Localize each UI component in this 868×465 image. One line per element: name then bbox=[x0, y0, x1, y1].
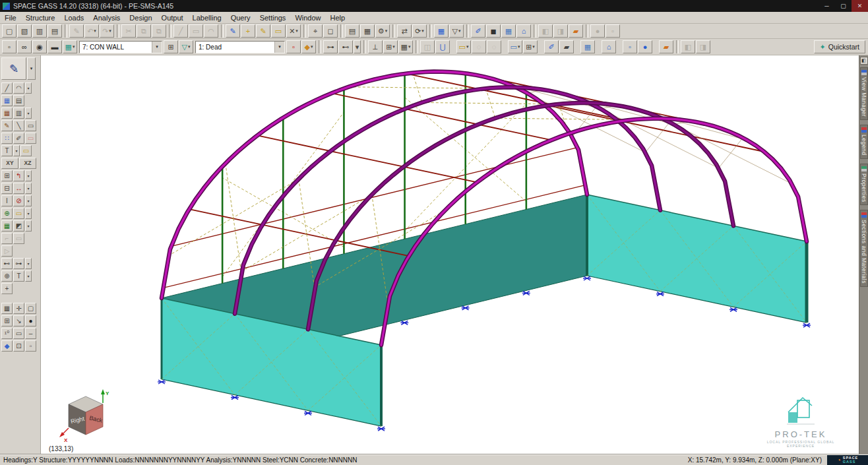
release-tool[interactable]: ⊘ bbox=[13, 195, 24, 206]
datasheets[interactable]: ▤ bbox=[345, 24, 359, 38]
draw-arc-tool[interactable]: ◠ bbox=[13, 82, 24, 94]
minus-tool[interactable]: – bbox=[25, 328, 36, 339]
small-box-tool[interactable]: ▫ bbox=[25, 340, 36, 352]
draw-structure-caret[interactable]: ▾ bbox=[27, 57, 36, 80]
mesh-tool[interactable]: ▦ bbox=[1, 220, 13, 232]
move-tool[interactable]: ✛ bbox=[13, 303, 24, 314]
home-view[interactable]: ⌂ bbox=[516, 24, 531, 38]
rotate[interactable]: ⟳▾ bbox=[412, 24, 427, 38]
orange-tool[interactable]: ▰ bbox=[569, 24, 583, 38]
plane-xz[interactable]: XZ bbox=[19, 158, 36, 169]
loadcase-combo-caret[interactable]: ▾ bbox=[274, 42, 284, 53]
blank-tool[interactable]: ▫ bbox=[605, 24, 620, 38]
new-file[interactable]: ▢ bbox=[2, 24, 16, 38]
draw-line[interactable]: ╱ bbox=[1, 82, 13, 94]
dropdown-caret[interactable]: ▾ bbox=[421, 28, 424, 34]
display-options-grid[interactable]: ▦▾ bbox=[63, 40, 77, 53]
insert-node[interactable]: ⊕ bbox=[1, 270, 13, 282]
open-file[interactable]: ▧ bbox=[17, 24, 32, 38]
tool-settings[interactable]: ⚙▾ bbox=[375, 24, 390, 38]
panel-pin-button[interactable]: ◧ bbox=[860, 57, 868, 65]
menu-analysis[interactable]: Analysis bbox=[88, 12, 125, 24]
camera-snapshot[interactable]: ◉ bbox=[32, 40, 47, 53]
orange-2[interactable]: ▰ bbox=[659, 40, 673, 53]
minimize-button[interactable]: ─ bbox=[819, 0, 835, 12]
tool-a[interactable]: ⌐ bbox=[1, 233, 13, 244]
faded-tool-1[interactable]: ◌ bbox=[472, 40, 486, 53]
menu-window[interactable]: Window bbox=[290, 12, 325, 24]
dropdown-caret[interactable]: ▾ bbox=[73, 44, 75, 49]
add-tool[interactable]: + bbox=[1, 283, 13, 294]
connect-tool[interactable]: ⊷ bbox=[1, 258, 13, 269]
home-2[interactable]: ⌂ bbox=[602, 40, 616, 53]
grid-caret[interactable]: ▾ bbox=[25, 108, 32, 119]
roof-purlin[interactable] bbox=[481, 76, 700, 123]
grid-tool[interactable]: ▦ bbox=[1, 95, 13, 106]
table-view[interactable]: ▦▾ bbox=[398, 40, 413, 53]
pane-left[interactable]: ◧ bbox=[681, 40, 695, 53]
blue-small[interactable]: ▫ bbox=[623, 40, 637, 53]
faded-tool-2[interactable]: ◌ bbox=[487, 40, 501, 53]
add-element[interactable]: + bbox=[241, 24, 255, 38]
perpendicular-tool[interactable]: ⟂ bbox=[368, 40, 383, 53]
view-grid[interactable]: ▦ bbox=[434, 24, 449, 38]
redo[interactable]: ↷▾ bbox=[100, 24, 114, 38]
swap[interactable]: ⇄ bbox=[397, 24, 412, 38]
stretch-tool[interactable]: ↔ bbox=[13, 183, 24, 194]
member-link[interactable]: ⊷ bbox=[338, 40, 353, 53]
tool-b[interactable]: ▭ bbox=[13, 233, 24, 244]
menu-labelling[interactable]: Labelling bbox=[188, 12, 226, 24]
menu-structure[interactable]: Structure bbox=[21, 12, 60, 24]
filter[interactable]: ▽▾ bbox=[449, 24, 464, 38]
dropdown-caret[interactable]: ▾ bbox=[458, 28, 461, 34]
add-node[interactable]: ⊕ bbox=[1, 208, 13, 219]
nodes-tool[interactable]: ∷ bbox=[1, 133, 13, 144]
annotate-tool[interactable]: ✐ bbox=[13, 133, 24, 144]
load-display[interactable]: ▫ bbox=[286, 40, 301, 53]
roof-purlin[interactable] bbox=[332, 93, 551, 140]
sphere-view[interactable]: ● bbox=[590, 24, 605, 38]
node-link[interactable]: ⊶ bbox=[323, 40, 338, 53]
plane-xy[interactable]: XY bbox=[1, 158, 18, 169]
cage-view[interactable]: ◫ bbox=[420, 40, 435, 53]
model-canvas[interactable]: Right Back Y X (133,13) PRO-TEK Local Pr… bbox=[41, 55, 859, 454]
dropdown-caret[interactable]: ▾ bbox=[188, 44, 191, 49]
label-tool[interactable]: ▭ bbox=[20, 145, 32, 156]
text-tool[interactable]: T bbox=[1, 145, 13, 156]
rigid-caret[interactable]: ▾ bbox=[25, 208, 32, 219]
menu-design[interactable]: Design bbox=[125, 12, 156, 24]
dropdown-caret[interactable]: ▾ bbox=[94, 28, 96, 34]
offset-tool[interactable]: ↰ bbox=[13, 170, 24, 181]
copy[interactable]: ⧉ bbox=[137, 24, 151, 38]
extrude[interactable]: ▭ bbox=[271, 24, 286, 38]
blue-table-2[interactable]: ▦ bbox=[580, 40, 595, 53]
menu-help[interactable]: Help bbox=[326, 12, 350, 24]
dropdown-caret[interactable]: ▾ bbox=[532, 44, 535, 49]
array-tool[interactable]: ⊞ bbox=[1, 315, 13, 326]
annotate[interactable]: ✐ bbox=[471, 24, 485, 38]
datasheet-tool[interactable]: ▤ bbox=[13, 95, 24, 106]
loadcase-combo[interactable]: 1: Dead ▾ bbox=[195, 41, 285, 53]
blue-table[interactable]: ▦ bbox=[501, 24, 516, 38]
decimal-places[interactable]: ¹⁰ bbox=[1, 328, 13, 339]
link-options-caret[interactable]: ▾ bbox=[354, 40, 361, 53]
binoculars-search[interactable]: ∞ bbox=[17, 40, 32, 53]
blue-dot[interactable]: ● bbox=[638, 40, 652, 53]
section-combo-caret[interactable]: ▾ bbox=[152, 42, 162, 53]
roof-brace[interactable] bbox=[168, 179, 299, 256]
arc-caret[interactable]: ▾ bbox=[25, 82, 32, 94]
ruler-measure[interactable]: ▬ bbox=[47, 40, 62, 53]
draw-plate[interactable]: ▭ bbox=[189, 24, 203, 38]
node-caret[interactable]: ▾ bbox=[25, 270, 32, 282]
node-text[interactable]: T bbox=[13, 270, 24, 282]
menu-loads[interactable]: Loads bbox=[59, 12, 88, 24]
blue-panel[interactable]: ▭▾ bbox=[508, 40, 522, 53]
tab-view-manager[interactable]: View Manager bbox=[860, 67, 868, 120]
filter-funnel[interactable]: ▽▾ bbox=[179, 40, 193, 53]
split-left[interactable]: ◧ bbox=[538, 24, 553, 38]
flat-tool[interactable]: ▭ bbox=[13, 328, 24, 339]
connect-2[interactable]: ⊶ bbox=[13, 258, 24, 269]
table-tool[interactable]: ▥ bbox=[13, 108, 24, 119]
tab-sections-materials[interactable]: Sections and Materials bbox=[860, 210, 868, 287]
modify-element[interactable]: ✎ bbox=[256, 24, 270, 38]
